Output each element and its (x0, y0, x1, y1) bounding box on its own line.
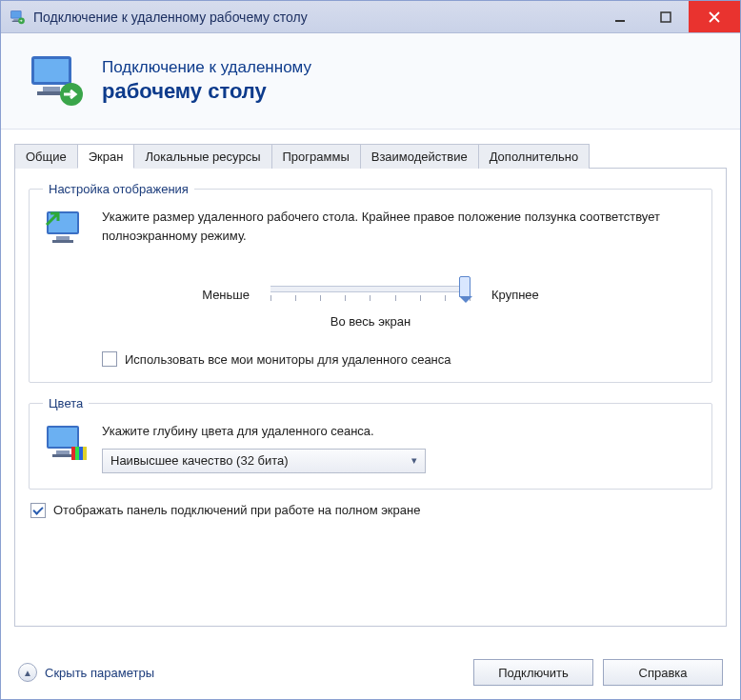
svg-rect-5 (615, 20, 625, 22)
colors-description: Укажите глубину цвета для удаленного сеа… (102, 422, 698, 441)
slider-label-left: Меньше (202, 288, 250, 302)
tab-body: Настройка отображения Укажите размер уда… (14, 168, 727, 627)
banner-title-line2: рабочему столу (102, 79, 311, 104)
resolution-slider[interactable] (270, 278, 471, 310)
collapse-icon: ▲ (18, 663, 37, 682)
display-settings-group: Настройка отображения Укажите размер уда… (29, 182, 712, 383)
svg-rect-2 (13, 19, 18, 21)
svg-rect-1 (11, 11, 21, 18)
tab-local[interactable]: Локальные ресурсы (133, 144, 271, 169)
tab-display[interactable]: Экран (77, 144, 135, 169)
window-title: Подключение к удаленному рабочему столу (33, 10, 597, 25)
slider-caption: Во весь экран (43, 314, 698, 329)
svg-rect-23 (83, 447, 87, 460)
banner: Подключение к удаленному рабочему столу (1, 33, 740, 130)
tab-general[interactable]: Общие (14, 144, 78, 169)
use-all-monitors-checkbox[interactable] (102, 351, 117, 367)
svg-rect-14 (56, 236, 70, 240)
connect-button[interactable]: Подключить (473, 659, 593, 686)
svg-rect-21 (75, 447, 79, 460)
minimize-button[interactable] (597, 1, 643, 32)
colors-legend: Цвета (43, 396, 89, 410)
svg-rect-6 (661, 12, 671, 22)
svg-rect-9 (43, 87, 60, 91)
rdp-icon (26, 50, 87, 111)
close-button[interactable] (689, 1, 740, 32)
tab-programs[interactable]: Программы (271, 144, 361, 169)
tabs: Общие Экран Локальные ресурсы Программы … (14, 143, 727, 168)
svg-rect-8 (34, 59, 69, 82)
svg-rect-17 (49, 428, 77, 447)
banner-title-line1: Подключение к удаленному (102, 58, 311, 77)
slider-label-right: Крупнее (491, 288, 539, 302)
app-icon (9, 9, 26, 26)
svg-rect-19 (52, 454, 73, 457)
tab-advanced[interactable]: Дополнительно (478, 144, 591, 169)
show-connection-bar-label: Отображать панель подключений при работе… (53, 503, 420, 517)
hide-options-link[interactable]: ▲ Скрыть параметры (18, 663, 154, 682)
svg-rect-22 (79, 447, 83, 460)
display-size-icon (43, 208, 89, 253)
display-settings-legend: Настройка отображения (43, 182, 194, 196)
slider-thumb[interactable] (459, 276, 471, 297)
color-depth-dropdown[interactable]: Наивысшее качество (32 бита) ▾ (102, 449, 426, 473)
svg-rect-13 (49, 213, 77, 232)
display-settings-description: Укажите размер удаленного рабочего стола… (102, 208, 698, 245)
colors-icon (43, 422, 89, 468)
tab-experience[interactable]: Взаимодействие (360, 144, 479, 169)
chevron-down-icon: ▾ (411, 454, 417, 467)
svg-rect-18 (56, 450, 70, 454)
svg-rect-15 (52, 240, 73, 243)
show-connection-bar-checkbox[interactable] (30, 503, 46, 518)
use-all-monitors-label: Использовать все мои мониторы для удален… (125, 352, 451, 367)
help-button[interactable]: Справка (603, 659, 723, 686)
color-depth-value: Наивысшее качество (32 бита) (110, 453, 289, 468)
hide-options-label: Скрыть параметры (45, 666, 154, 680)
titlebar: Подключение к удаленному рабочему столу (1, 1, 740, 33)
svg-rect-20 (71, 447, 75, 460)
colors-group: Цвета (29, 396, 712, 490)
maximize-button[interactable] (643, 1, 689, 32)
